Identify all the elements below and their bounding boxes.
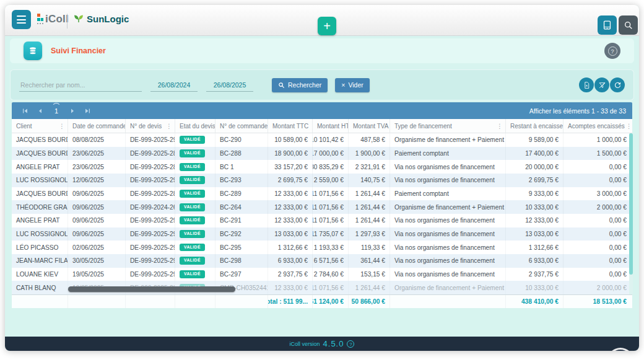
table-row[interactable]: LUC ROSSIGNOL09/06/2025DE-999-2025-292VA… — [12, 227, 632, 241]
table-row[interactable]: ANGELE PRAT09/06/2025DE-999-2025-291VALI… — [12, 214, 632, 227]
cell-acomptes: 0,00 € — [563, 174, 631, 187]
cell-type: Via nos organismes de financement — [389, 174, 505, 187]
table-body: JACQUES BOURDIN08/08/2025DE-999-2025-290… — [12, 133, 632, 294]
cell-ttc: 2 699,75 € — [268, 174, 312, 187]
column-header-acomptes[interactable]: Acomptes encaissés⋮ — [563, 119, 631, 133]
table-row[interactable]: JACQUES BOURDIN09/06/2025DE-999-2025-289… — [12, 187, 632, 201]
prev-page-button[interactable] — [33, 105, 48, 117]
table-row[interactable]: ANGELE PRAT23/06/2025DE-999-2025-283VALI… — [12, 160, 632, 174]
main-content: Suivi Financier ? Rechercher × Vider — [5, 36, 639, 337]
date-to-input[interactable] — [206, 79, 253, 92]
table-row[interactable]: LUC ROSSIGNOL12/06/2025DE-999-2025-293VA… — [12, 174, 632, 187]
column-header-ttc[interactable]: Montant TTC⋮ — [268, 119, 312, 133]
cell-date: 23/06/2025 — [67, 160, 125, 174]
last-page-button[interactable] — [80, 105, 95, 117]
data-table: Client⋮Date de commande⋮N° de devis⋮Etat… — [12, 119, 632, 308]
table-row[interactable]: JEAN-MARC FILA30/05/2025DE-999-2025-298V… — [12, 254, 632, 268]
cell-client: LUC ROSSIGNOL — [12, 174, 67, 187]
cell-restant: 9 589,00 € — [505, 133, 563, 147]
cell-acomptes: 0,00 € — [563, 254, 631, 268]
app-window: iColl SunLogic + — [5, 5, 639, 351]
cell-acomptes: 1 000,00 € — [563, 133, 631, 147]
cell-type: Via nos organismes de financement — [389, 160, 505, 174]
table-row[interactable]: JACQUES BOURDIN08/08/2025DE-999-2025-290… — [12, 133, 632, 147]
sunlogic-logo-text: SunLogic — [87, 14, 129, 24]
column-header-date[interactable]: Date de commande⋮ — [67, 119, 125, 133]
total-devis — [125, 295, 175, 308]
cell-devis: DE-999-2025-291 — [125, 214, 175, 227]
cell-date: 09/06/2025 — [67, 227, 125, 241]
search-button[interactable]: Rechercher — [272, 78, 328, 92]
cell-commande: BC-264 — [215, 200, 268, 214]
table-row[interactable]: LOUANE KIEV19/05/2025DE-999-2025-297VALI… — [12, 268, 632, 281]
export-excel-button[interactable] — [579, 77, 594, 92]
filter-off-icon — [598, 81, 606, 89]
status-badge: VALIDÉ — [180, 176, 205, 184]
cell-ht: 30 835,29 € — [312, 160, 348, 174]
cell-commande: BC-292 — [215, 227, 268, 241]
cell-restant: 2 699,75 € — [505, 174, 563, 187]
global-search-button[interactable] — [619, 15, 638, 35]
cell-commande: BC-295 — [215, 241, 268, 254]
cell-etat: VALIDÉ — [175, 241, 215, 254]
tablet-mode-button[interactable] — [598, 15, 617, 35]
column-header-etat[interactable]: Etat du devis⋮ — [175, 119, 215, 133]
coins-icon[interactable] — [24, 42, 42, 60]
date-from-input[interactable] — [150, 79, 198, 92]
clear-button[interactable]: × Vider — [335, 78, 369, 92]
vertical-scrollbar[interactable] — [629, 133, 633, 275]
search-name-input[interactable] — [19, 79, 142, 92]
table-row[interactable]: LÉO PICASSO02/06/2025DE-999-2025-295VALI… — [12, 241, 632, 254]
column-menu-icon[interactable]: ⋮ — [626, 123, 631, 130]
vertical-scrollbar-track — [629, 133, 633, 294]
cell-devis: DE-999-2024-264 — [125, 200, 175, 214]
horizontal-scrollbar[interactable] — [68, 286, 235, 292]
column-menu-icon[interactable]: ⋮ — [166, 123, 172, 130]
column-header-tva[interactable]: Montant TVA⋮ — [348, 119, 389, 133]
status-badge: VALIDÉ — [180, 190, 205, 198]
status-badge: VALIDÉ — [180, 149, 205, 157]
cell-commande: BC-298 — [215, 254, 268, 268]
column-header-type[interactable]: Type de financement⋮ — [389, 119, 505, 133]
status-badge: VALIDÉ — [180, 270, 205, 278]
column-header-commande[interactable]: N° de commande⋮ — [215, 119, 268, 133]
cell-acomptes: 0,00 € — [563, 160, 631, 174]
search-icon — [278, 82, 285, 89]
cell-commande: BC-290 — [215, 133, 268, 147]
hamburger-menu-button[interactable] — [12, 10, 31, 29]
help-button[interactable]: ? — [604, 43, 620, 59]
column-menu-icon[interactable]: ⋮ — [497, 123, 503, 130]
icoll-logo-icon — [37, 13, 43, 25]
footer-bar: iColl version 4.5.0 ? — [5, 337, 639, 351]
cell-restant: 1 312,66 € — [505, 241, 563, 254]
column-header-restant[interactable]: Restant à encaisser⋮ — [505, 119, 563, 133]
column-header-devis[interactable]: N° de devis⋮ — [125, 119, 175, 133]
cell-ttc: 10 589,00 € — [268, 133, 312, 147]
cell-client: ANGELE PRAT — [12, 160, 67, 174]
first-page-button[interactable] — [18, 105, 33, 117]
add-button[interactable]: + — [318, 17, 336, 35]
table-row[interactable]: THÉODORE GRANDIN09/06/2025DE-999-2024-26… — [12, 200, 632, 214]
cell-client: LOUANE KIEV — [12, 268, 67, 281]
cell-type: Via nos organismes de financement — [389, 268, 505, 281]
cell-commande: BC-297 — [215, 268, 268, 281]
results-range-label: Afficher les éléments 1 - 33 de 33 — [529, 107, 626, 115]
refresh-button[interactable] — [610, 77, 625, 92]
cell-acomptes: 0,00 € — [563, 268, 631, 281]
column-menu-icon[interactable]: ⋮ — [59, 123, 65, 130]
version-help-icon[interactable]: ? — [347, 340, 354, 348]
chevron-left-icon — [37, 107, 44, 115]
filter-off-button[interactable] — [594, 77, 609, 92]
next-page-button[interactable] — [65, 105, 80, 117]
cell-ttc: 12 333,00 € — [268, 187, 312, 201]
column-header-client[interactable]: Client⋮ — [12, 119, 67, 133]
cell-etat: VALIDÉ — [175, 147, 215, 161]
table-totals-row: Total : 511 99...461 124,00 €50 866,00 €… — [12, 294, 632, 308]
cell-tva: 1 261,44 € — [348, 200, 389, 214]
page-indicator[interactable]: 1 — [49, 107, 64, 115]
table-row[interactable]: JACQUES BOURDIN23/06/2025DE-999-2025-288… — [12, 147, 632, 161]
column-header-ht[interactable]: Montant HT⋮ — [312, 119, 348, 133]
status-badge: VALIDÉ — [180, 203, 205, 211]
cell-restant: 6 933,00 € — [505, 254, 563, 268]
cell-etat: VALIDÉ — [175, 227, 215, 241]
